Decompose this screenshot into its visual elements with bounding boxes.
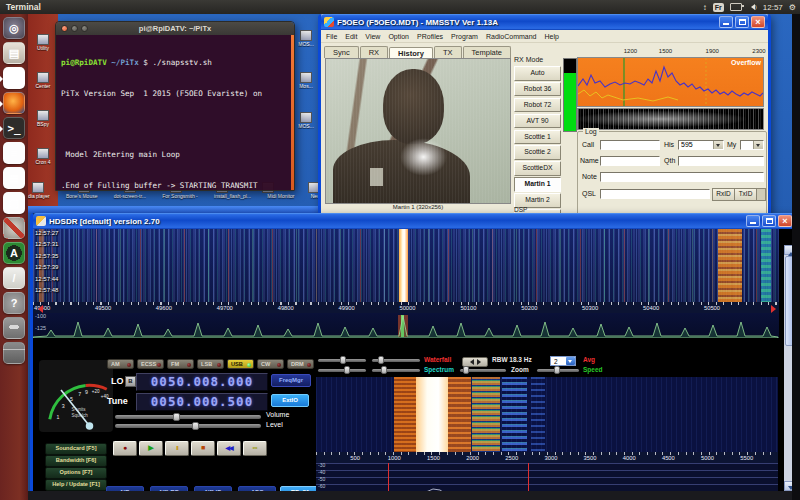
minimize-button[interactable] xyxy=(719,16,733,28)
waterfall-upper-slider[interactable] xyxy=(318,359,366,362)
chevron-down-icon[interactable] xyxy=(713,141,723,149)
mode-button[interactable]: USB xyxy=(227,359,254,369)
battery-icon[interactable] xyxy=(730,3,742,11)
passband-edge-low[interactable] xyxy=(388,463,389,491)
loop-button[interactable]: ∞ xyxy=(243,441,267,456)
maximize-button[interactable] xyxy=(762,215,776,227)
passband-edge-high[interactable] xyxy=(528,463,529,491)
launcher-terminal-icon[interactable]: >_ xyxy=(3,117,25,139)
desktop-icon-label[interactable]: Midi Monitor xyxy=(267,193,294,199)
launcher-impress-icon[interactable]: ▨ xyxy=(3,192,25,214)
band-button[interactable]: B xyxy=(125,376,136,387)
options-button[interactable]: Options [F7] xyxy=(45,467,107,479)
menu-item[interactable]: RadioCommand xyxy=(486,33,537,40)
launcher-dash-icon[interactable]: ◎ xyxy=(3,17,25,39)
qth-input[interactable] xyxy=(678,156,764,166)
rx-mode-button[interactable]: Scottie 2 xyxy=(514,145,561,160)
launcher-trash-icon[interactable] xyxy=(3,342,25,364)
menu-item[interactable]: Program xyxy=(451,33,478,40)
rx-mode-button[interactable]: ScottieDX xyxy=(514,161,561,176)
desktop-icon[interactable]: Utility xyxy=(29,34,57,51)
tab[interactable]: RX xyxy=(360,46,388,58)
launcher-writer-icon[interactable]: ≡ xyxy=(3,142,25,164)
launcher-updater-icon[interactable]: A xyxy=(3,242,25,264)
sstv-spectrum[interactable]: Overflow xyxy=(577,57,764,107)
desktop-icon-label[interactable]: For Songsmith - xyxy=(162,193,198,199)
tab[interactable]: Sync xyxy=(324,46,359,58)
rewind-button[interactable]: ◀◀ xyxy=(217,441,241,456)
pause-button[interactable]: II xyxy=(165,441,189,456)
menu-item[interactable]: File xyxy=(326,33,337,40)
desktop-icon[interactable]: Center xyxy=(29,72,57,89)
scale-left-arrow-icon[interactable] xyxy=(34,305,43,313)
chevron-down-icon[interactable] xyxy=(753,141,763,149)
close-icon[interactable] xyxy=(61,25,68,32)
desktop-icon-label[interactable]: install_flash_pl... xyxy=(214,193,251,199)
close-button[interactable]: × xyxy=(778,215,792,227)
waterfall-lower-slider[interactable] xyxy=(372,359,420,362)
help-update-button[interactable]: Help / Update [F1] xyxy=(45,479,107,491)
launcher-settings-icon[interactable] xyxy=(3,217,25,239)
freqmgr-button[interactable]: FreqMgr xyxy=(271,374,311,387)
desktop-icon[interactable]: Cron 4 xyxy=(29,148,57,165)
mode-button[interactable]: ECSS xyxy=(137,359,164,369)
rf-spectrum[interactable] xyxy=(33,313,779,338)
mode-button[interactable]: LSB xyxy=(197,359,224,369)
extio-button[interactable]: ExtIO xyxy=(271,394,309,407)
clock[interactable]: 12:57 xyxy=(763,3,783,12)
rx-mode-button[interactable]: Martin 1 xyxy=(514,177,561,192)
hdsdr-titlebar[interactable]: HDSDR [default] version 2.70 × xyxy=(33,213,795,229)
launcher-files-icon[interactable]: ▤ xyxy=(3,42,25,64)
minimize-button[interactable] xyxy=(746,215,760,227)
menu-item[interactable]: Help xyxy=(545,33,559,40)
speed-slider[interactable] xyxy=(537,369,579,372)
desktop-icon-label[interactable]: dia player xyxy=(28,193,50,199)
mode-button[interactable]: CW xyxy=(257,359,284,369)
txid-button[interactable]: TxID xyxy=(734,188,757,201)
note-input[interactable] xyxy=(600,172,764,182)
chevron-down-icon[interactable] xyxy=(566,357,575,365)
rf-frequency-scale[interactable]: 4940049500496004970049800499005000050100… xyxy=(33,302,779,313)
tab[interactable]: TX xyxy=(434,46,462,58)
mode-button[interactable]: DRM xyxy=(287,359,314,369)
maximize-button[interactable] xyxy=(735,16,749,28)
audio-frequency-scale[interactable]: 5001000150020002500300035004000450050005… xyxy=(316,452,778,463)
minimize-icon[interactable] xyxy=(71,25,78,32)
terminal-titlebar[interactable]: pi@RpiDATV: ~/PiTx xyxy=(56,22,294,35)
launcher-help-icon[interactable]: ? xyxy=(3,292,25,314)
rx-mode-button[interactable]: Robot 72 xyxy=(514,98,561,113)
network-icon[interactable]: ↕ xyxy=(703,3,707,12)
scale-right-arrow-icon[interactable] xyxy=(771,305,780,313)
launcher-calc-icon[interactable]: ▦ xyxy=(3,167,25,189)
launcher-firefox-icon[interactable] xyxy=(3,92,25,114)
menu-item[interactable]: Option xyxy=(388,33,409,40)
terminal-body[interactable]: pi@RpiDATV ~/PiTx $ ./snapsstv.sh PiTx V… xyxy=(56,35,294,190)
file-icon[interactable] xyxy=(32,182,44,193)
menu-item[interactable]: View xyxy=(365,33,380,40)
tab[interactable]: Template xyxy=(463,46,511,58)
desktop-icon-label[interactable]: Bone's Mouse xyxy=(66,193,98,199)
desktop-icon[interactable]: BSpy xyxy=(29,110,57,127)
his-combobox[interactable]: 595 xyxy=(678,140,724,150)
desktop-icon[interactable]: MOS... xyxy=(292,112,320,129)
record-button[interactable]: ● xyxy=(113,441,137,456)
play-button[interactable]: ▶ xyxy=(139,441,163,456)
rx-mode-button[interactable]: Robot 36 xyxy=(514,82,561,97)
rx-mode-button[interactable]: AVT 90 xyxy=(514,114,561,129)
rf-waterfall[interactable]: 12:57:2712:57:3112:57:3512:57:3912:57:44… xyxy=(33,229,779,302)
desktop-icon[interactable]: Mos... xyxy=(292,72,320,89)
rxid-button[interactable]: RxID xyxy=(712,188,735,201)
close-button[interactable]: × xyxy=(751,16,765,28)
avg-count-dropdown[interactable]: 2 xyxy=(550,356,576,366)
bandwidth-button[interactable]: Bandwidth [F6] xyxy=(45,455,107,467)
spectrum-lower-slider[interactable] xyxy=(372,369,420,372)
session-gear-icon[interactable]: ⚙ xyxy=(789,3,796,12)
menu-item[interactable]: Edit xyxy=(345,33,357,40)
log-extra-button[interactable] xyxy=(756,188,766,201)
my-combobox[interactable] xyxy=(740,140,764,150)
sstv-waterfall[interactable] xyxy=(577,108,764,130)
volume-icon[interactable]: ) xyxy=(748,4,757,10)
rx-mode-button[interactable]: Scottie 1 xyxy=(514,130,561,145)
mode-button[interactable]: AM xyxy=(107,359,134,369)
zoom-slider[interactable] xyxy=(460,369,506,372)
